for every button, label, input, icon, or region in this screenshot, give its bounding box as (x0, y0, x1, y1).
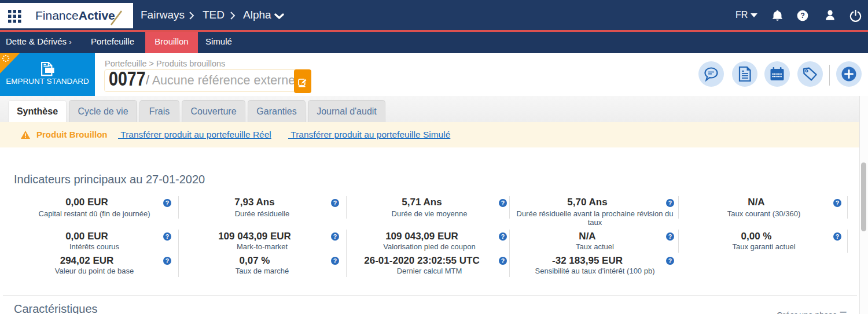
svg-text:?: ? (800, 12, 805, 20)
